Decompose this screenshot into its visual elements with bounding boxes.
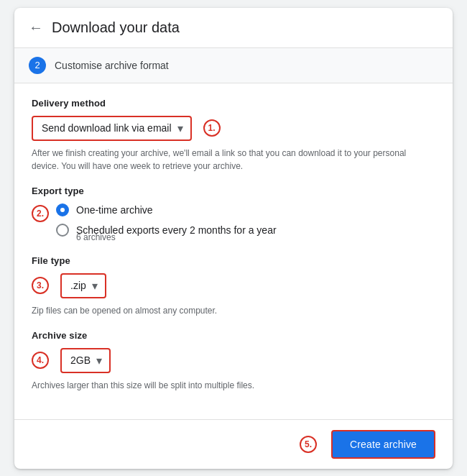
file-type-section: File type 3. .zip ▾ Zip files can be ope… bbox=[32, 255, 435, 317]
file-type-label: File type bbox=[32, 255, 435, 266]
back-icon[interactable]: ← bbox=[29, 20, 43, 35]
file-type-value: .zip bbox=[70, 280, 86, 291]
delivery-method-dropdown[interactable]: Send download link via email ▾ bbox=[32, 116, 192, 141]
delivery-section: Delivery method Send download link via e… bbox=[32, 98, 435, 173]
main-card: ← Download your data 2 Customise archive… bbox=[14, 8, 453, 469]
export-type-label: Export type bbox=[32, 186, 435, 196]
export-options: One-time archive Scheduled exports every… bbox=[56, 203, 435, 242]
annotation-1: 1. bbox=[203, 119, 221, 137]
archive-size-label: Archive size bbox=[32, 330, 435, 341]
file-type-row: 3. .zip ▾ bbox=[32, 273, 435, 298]
header: ← Download your data bbox=[14, 8, 453, 48]
delivery-label: Delivery method bbox=[32, 98, 435, 109]
file-type-description: Zip files can be opened on almost any co… bbox=[32, 304, 435, 317]
export-type-section: 2. One-time archive Scheduled exports ev… bbox=[32, 203, 435, 242]
annotation-5: 5. bbox=[300, 436, 317, 453]
annotation-2: 2. bbox=[32, 205, 49, 222]
delivery-dropdown-arrow: ▾ bbox=[177, 122, 183, 135]
delivery-method-value: Send download link via email bbox=[42, 122, 172, 134]
archive-size-arrow: ▾ bbox=[96, 354, 102, 367]
footer: 5. Create archive bbox=[14, 419, 453, 469]
scheduled-option-wrapper: Scheduled exports every 2 months for a y… bbox=[56, 224, 435, 242]
step-bar: 2 Customise archive format bbox=[14, 48, 453, 83]
step-number: 2 bbox=[29, 57, 46, 74]
step-label: Customise archive format bbox=[55, 60, 169, 71]
archive-size-row: 4. 2GB ▾ bbox=[32, 348, 435, 373]
archive-size-description: Archives larger than this size will be s… bbox=[32, 379, 435, 392]
archive-size-value: 2GB bbox=[70, 354, 91, 366]
file-type-arrow: ▾ bbox=[92, 279, 98, 293]
one-time-label: One-time archive bbox=[76, 204, 153, 216]
delivery-row: Send download link via email ▾ 1. bbox=[32, 116, 435, 141]
page-title: Download your data bbox=[52, 19, 180, 36]
annotation-3: 3. bbox=[32, 277, 49, 294]
delivery-description: After we finish creating your archive, w… bbox=[32, 147, 435, 173]
content-area: Delivery method Send download link via e… bbox=[14, 83, 453, 419]
one-time-archive-option[interactable]: One-time archive bbox=[56, 203, 435, 216]
file-type-dropdown[interactable]: .zip ▾ bbox=[60, 273, 106, 298]
annotation-4: 4. bbox=[32, 352, 49, 369]
create-archive-button[interactable]: Create archive bbox=[331, 430, 435, 459]
archive-size-dropdown[interactable]: 2GB ▾ bbox=[60, 348, 111, 373]
scheduled-radio[interactable] bbox=[56, 224, 69, 237]
archive-size-section: Archive size 4. 2GB ▾ Archives larger th… bbox=[32, 330, 435, 392]
one-time-radio[interactable] bbox=[56, 203, 69, 216]
